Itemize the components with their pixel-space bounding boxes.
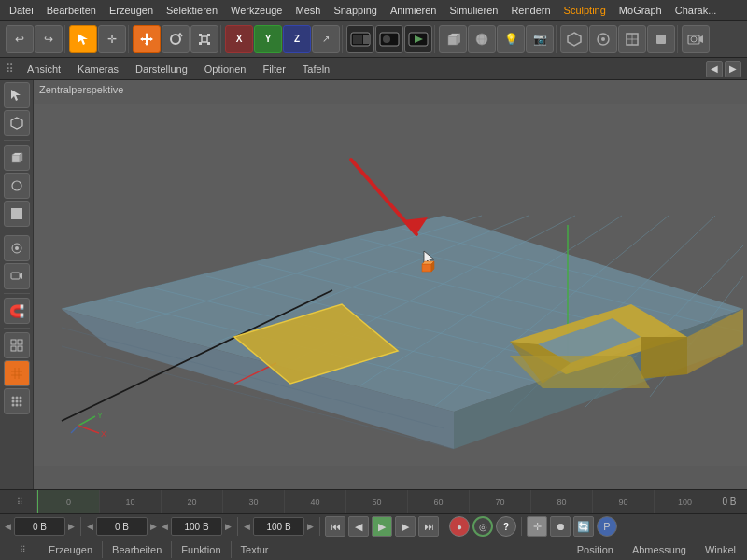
menu-snapping[interactable]: Snapping [328, 3, 383, 18]
vp-nav-right[interactable]: ▶ [725, 61, 741, 77]
status-bearbeiten[interactable]: Bearbeiten [103, 544, 171, 555]
render-btn1[interactable] [346, 25, 374, 53]
help-btn[interactable]: ? [496, 516, 516, 537]
frame-arrow-right-d[interactable]: ▶ [306, 522, 315, 531]
menu-mesh[interactable]: Mesh [289, 3, 326, 18]
lt-select-btn[interactable] [4, 82, 30, 108]
svg-rect-53 [18, 346, 22, 351]
menu-bearbeiten[interactable]: Bearbeiten [41, 3, 102, 18]
status-erzeugen[interactable]: Erzeugen [39, 544, 102, 555]
poly-btn1[interactable] [560, 25, 588, 53]
lt-grid-btn[interactable] [4, 332, 30, 358]
camera2-btn[interactable] [682, 25, 710, 53]
next-frame-btn[interactable]: ▶ [395, 516, 416, 537]
prev-frame-btn[interactable]: ◀ [348, 516, 369, 537]
frame-field-d[interactable] [253, 517, 304, 536]
frame-arrow-right-a[interactable]: ▶ [67, 522, 76, 531]
frame-field-b[interactable] [96, 517, 148, 536]
park-btn[interactable]: P [597, 516, 617, 537]
poly-btn2[interactable] [589, 25, 617, 53]
lt-poly-btn[interactable] [4, 110, 30, 136]
lt-view-btn[interactable] [4, 235, 30, 261]
goto-end-btn[interactable]: ⏭ [418, 516, 439, 537]
tl-60[interactable]: 60 [407, 490, 469, 514]
undo-button[interactable]: ↩ [6, 25, 34, 53]
snap-btn[interactable]: ✛ [527, 516, 547, 537]
frame-arrow-left-a[interactable]: ◀ [4, 522, 12, 531]
vp-menu-darstellung[interactable]: Darstellung [128, 62, 195, 77]
status-funktion[interactable]: Funktion [172, 544, 230, 555]
axis-y-button[interactable]: Y [254, 25, 282, 53]
menu-simulieren[interactable]: Simulieren [444, 3, 503, 18]
menu-sculpting[interactable]: Sculpting [558, 3, 612, 18]
status-bar: ⠿ Erzeugen Bearbeiten Funktion Textur Po… [0, 539, 747, 560]
tl-10[interactable]: 10 [99, 490, 161, 514]
render-btn2[interactable] [375, 25, 403, 53]
lt-box-btn[interactable] [4, 145, 30, 171]
vp-menu-tafeln[interactable]: Tafeln [295, 62, 337, 77]
cube-btn[interactable] [439, 25, 467, 53]
frame-arrow-left-c[interactable]: ◀ [161, 522, 169, 531]
frame-field-c[interactable] [171, 517, 222, 536]
record-btn[interactable]: ● [449, 516, 470, 537]
menu-selektieren[interactable]: Selektieren [161, 3, 223, 18]
status-textur[interactable]: Textur [232, 544, 278, 555]
tl-100[interactable]: 100 [654, 490, 715, 514]
menu-werkzeuge[interactable]: Werkzeuge [225, 3, 288, 18]
viewport[interactable]: Zentralperspektive [34, 80, 747, 489]
tl-40[interactable]: 40 [284, 490, 345, 514]
menu-charak[interactable]: Charak... [669, 3, 723, 18]
tl-20[interactable]: 20 [161, 490, 222, 514]
lt-cam-btn[interactable] [4, 263, 30, 289]
lt-circle-btn[interactable] [4, 173, 30, 199]
move-button[interactable] [133, 25, 161, 53]
menu-erzeugen[interactable]: Erzeugen [104, 3, 159, 18]
tl-0[interactable]: 0 [37, 490, 99, 514]
light-btn[interactable]: 💡 [497, 25, 525, 53]
tl-80[interactable]: 80 [530, 490, 592, 514]
viewport-toolbar: ⠿ Ansicht Kameras Darstellung Optionen F… [0, 58, 747, 80]
frame-arrow-right-b[interactable]: ▶ [149, 522, 158, 531]
vp-menu-optionen[interactable]: Optionen [197, 62, 254, 77]
lt-face-btn[interactable] [4, 201, 30, 227]
tl-70[interactable]: 70 [469, 490, 530, 514]
record2-btn[interactable]: ⏺ [550, 516, 571, 537]
add-tool-button[interactable]: ✛ [98, 25, 126, 53]
poly-btn3[interactable] [618, 25, 646, 53]
play-btn[interactable]: ▶ [372, 516, 392, 537]
scale-button[interactable] [190, 25, 218, 53]
vp-menu-filter[interactable]: Filter [255, 62, 292, 77]
vp-menu-kameras[interactable]: Kameras [70, 62, 126, 77]
tl-50[interactable]: 50 [345, 490, 407, 514]
render-btn3[interactable] [404, 25, 432, 53]
rotate-button[interactable] [162, 25, 190, 53]
axis-z-button[interactable]: Z [283, 25, 311, 53]
frame-arrow-right-c[interactable]: ▶ [224, 522, 233, 531]
camera-btn[interactable]: 📷 [526, 25, 554, 53]
lt-magnet-btn[interactable]: 🧲 [4, 298, 30, 324]
lt-dots-btn[interactable] [4, 388, 30, 414]
vp-menu-ansicht[interactable]: Ansicht [20, 62, 68, 77]
menu-mograph[interactable]: MoGraph [613, 3, 668, 18]
loop-btn[interactable]: 🔄 [573, 516, 594, 537]
tl-30[interactable]: 30 [222, 490, 284, 514]
poly-btn4[interactable] [647, 25, 675, 53]
frame-arrow-left-d[interactable]: ◀ [243, 522, 251, 531]
svg-point-67 [19, 404, 21, 407]
sphere-btn[interactable] [468, 25, 496, 53]
keyframe-btn[interactable]: ◎ [472, 516, 493, 537]
frame-arrow-left-b[interactable]: ◀ [86, 522, 94, 531]
frame-field-a[interactable] [14, 517, 65, 536]
tl-90[interactable]: 90 [592, 490, 654, 514]
goto-start-btn[interactable]: ⏮ [325, 516, 345, 537]
menu-datei[interactable]: Datei [4, 3, 39, 18]
menu-rendern[interactable]: Rendern [505, 3, 556, 18]
vp-nav-left[interactable]: ◀ [706, 61, 723, 77]
transform-coord-button[interactable]: ↗ [312, 25, 340, 53]
redo-button[interactable]: ↪ [35, 25, 63, 53]
axis-x-button[interactable]: X [225, 25, 253, 53]
lt-material-btn[interactable] [4, 360, 30, 386]
menu-animieren[interactable]: Animieren [385, 3, 443, 18]
frame-input-b: ◀ ▶ [86, 517, 158, 536]
select-tool-button[interactable] [69, 25, 97, 53]
